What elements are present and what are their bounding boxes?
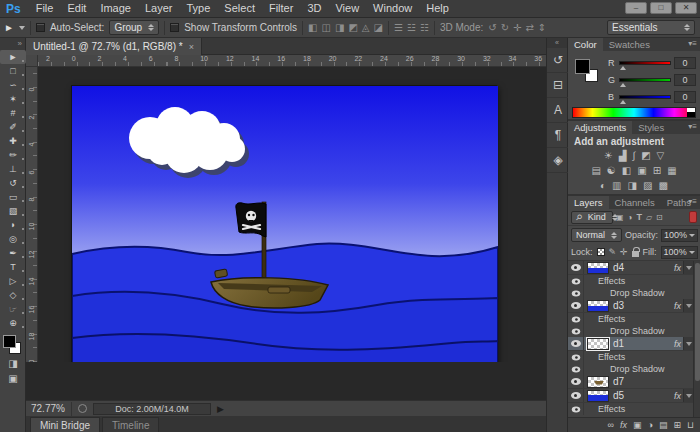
current-tool-icon[interactable]: ►: [4, 22, 14, 33]
layers-tab-layers[interactable]: Layers: [568, 196, 609, 209]
visibility-toggle[interactable]: [568, 337, 584, 350]
panel-menu-icon[interactable]: ▾≡: [688, 39, 697, 48]
visibility-toggle[interactable]: [568, 389, 584, 402]
layer-style-button[interactable]: fx: [620, 420, 627, 430]
status-popup-arrow-icon[interactable]: ▶: [217, 404, 224, 414]
visibility-toggle[interactable]: [568, 375, 584, 388]
visibility-toggle[interactable]: [568, 261, 584, 274]
exposure-icon[interactable]: ◩: [641, 150, 650, 161]
3d-slide-icon[interactable]: ⇄: [525, 22, 533, 33]
selective-color-icon[interactable]: ▩: [658, 180, 667, 191]
close-button[interactable]: ✕: [675, 2, 697, 14]
effect-row[interactable]: Drop Shadow: [568, 287, 693, 299]
effect-row[interactable]: Effects: [568, 403, 693, 415]
ruler-corner[interactable]: [26, 55, 38, 67]
photo-filter-icon[interactable]: ▣: [637, 165, 646, 176]
hand-tool[interactable]: ☞: [0, 302, 26, 316]
align-left-icon[interactable]: ◧: [308, 22, 317, 33]
align-v-center-icon[interactable]: ◬: [362, 22, 370, 33]
layer-row-d7[interactable]: d7: [568, 375, 693, 389]
3d-rotate-icon[interactable]: ↺: [488, 22, 496, 33]
eraser-tool[interactable]: ▭: [0, 190, 26, 204]
layer-thumbnail[interactable]: [587, 262, 609, 274]
menu-file[interactable]: File: [29, 0, 61, 17]
layer-row-d3[interactable]: d3fx: [568, 299, 693, 313]
layers-tab-channels[interactable]: Channels: [609, 196, 661, 209]
filter-shape-icon[interactable]: ▱: [646, 213, 652, 222]
3d-scale-icon[interactable]: ⇕: [538, 22, 546, 33]
auto-select-checkbox[interactable]: [36, 23, 45, 32]
new-adjustment-button[interactable]: ◑: [647, 420, 652, 430]
effect-row[interactable]: Effects: [568, 351, 693, 363]
channel-slider[interactable]: [619, 78, 671, 82]
brightness-contrast-icon[interactable]: ☀: [604, 150, 613, 161]
new-layer-button[interactable]: ⊞: [673, 420, 681, 430]
collapse-effects-button[interactable]: [683, 261, 693, 274]
properties-panel-icon[interactable]: ⊟: [547, 73, 569, 98]
distribute-center-icon[interactable]: ☳: [407, 22, 416, 33]
layer-row-d5[interactable]: d5fx: [568, 389, 693, 403]
new-group-button[interactable]: ▤: [659, 420, 668, 430]
lock-all-icon[interactable]: [632, 251, 639, 257]
adjustments-tab-styles[interactable]: Styles: [632, 121, 670, 134]
blur-tool[interactable]: ◗: [0, 218, 26, 232]
filter-pixel-icon[interactable]: ▣: [616, 213, 624, 222]
menu-filter[interactable]: Filter: [262, 0, 300, 17]
effect-row[interactable]: Effects: [568, 275, 693, 287]
channel-value[interactable]: 0: [674, 74, 696, 86]
curves-icon[interactable]: ∫: [632, 150, 635, 161]
color-spectrum-ramp[interactable]: [572, 107, 696, 118]
menu-layer[interactable]: Layer: [138, 0, 180, 17]
history-panel-icon[interactable]: ↺: [547, 48, 569, 73]
3d-roll-icon[interactable]: ↻: [501, 22, 509, 33]
filter-kind-dropdown[interactable]: ⚲ Kind: [571, 211, 613, 224]
delete-layer-button[interactable]: ⊔: [687, 420, 694, 430]
tool-preset-caret-icon[interactable]: [19, 26, 25, 30]
brush-tool[interactable]: ✏: [0, 148, 26, 162]
scrollbar-thumb[interactable]: [695, 263, 700, 381]
group-dropdown[interactable]: Group: [109, 20, 159, 35]
channel-slider[interactable]: [619, 61, 671, 65]
color-tab-swatches[interactable]: Swatches: [603, 38, 656, 51]
tab-mini-bridge[interactable]: Mini Bridge: [30, 417, 100, 432]
slider-thumb-icon[interactable]: [620, 66, 626, 70]
tab-timeline[interactable]: Timeline: [102, 417, 159, 432]
layer-thumbnail[interactable]: [587, 300, 609, 312]
black-white-icon[interactable]: ◧: [622, 165, 631, 176]
panel-menu-icon[interactable]: ▾≡: [688, 122, 697, 131]
filter-type-icon[interactable]: T: [636, 212, 642, 222]
align-h-center-icon[interactable]: ◫: [321, 22, 330, 33]
hue-saturation-icon[interactable]: ▤: [591, 165, 600, 176]
path-select-tool[interactable]: ▷: [0, 274, 26, 288]
layer-row-d4[interactable]: d4fx: [568, 261, 693, 275]
align-right-icon[interactable]: ◨: [335, 22, 344, 33]
quick-mask-button[interactable]: ◨: [0, 356, 26, 371]
layer-thumbnail[interactable]: [587, 338, 609, 350]
channel-mixer-icon[interactable]: ⊞: [653, 165, 661, 176]
link-layers-button[interactable]: ∞: [608, 420, 614, 430]
3d-panel-icon[interactable]: ◈: [547, 148, 569, 173]
zoom-level[interactable]: 72.77%: [31, 403, 65, 414]
collapse-effects-button[interactable]: [683, 337, 693, 350]
adjustments-tab-adjustments[interactable]: Adjustments: [568, 121, 632, 134]
menu-select[interactable]: Select: [217, 0, 262, 17]
healing-brush-tool[interactable]: ✚: [0, 134, 26, 148]
lasso-tool[interactable]: ∽: [0, 78, 26, 92]
invert-icon[interactable]: ◐: [600, 180, 606, 191]
blend-mode-dropdown[interactable]: Normal: [571, 228, 622, 242]
screen-mode-button[interactable]: ▣: [0, 371, 26, 386]
move-tool[interactable]: ►: [0, 50, 26, 64]
eyedropper-tool[interactable]: ✐: [0, 120, 26, 134]
maximize-button[interactable]: □: [650, 2, 672, 14]
menu-edit[interactable]: Edit: [60, 0, 93, 17]
menu-image[interactable]: Image: [93, 0, 138, 17]
layers-scrollbar[interactable]: [693, 261, 700, 417]
color-balance-icon[interactable]: ☯: [607, 165, 616, 176]
visibility-toggle[interactable]: [568, 363, 584, 375]
fx-badge[interactable]: fx: [674, 263, 683, 273]
lock-paint-icon[interactable]: ✎: [609, 247, 617, 257]
horizontal-ruler[interactable]: 2024681012141618202224262830323436: [38, 55, 546, 67]
filter-adjustment-icon[interactable]: ◑: [628, 213, 633, 222]
menu-view[interactable]: View: [328, 0, 366, 17]
minimize-button[interactable]: –: [625, 2, 647, 14]
